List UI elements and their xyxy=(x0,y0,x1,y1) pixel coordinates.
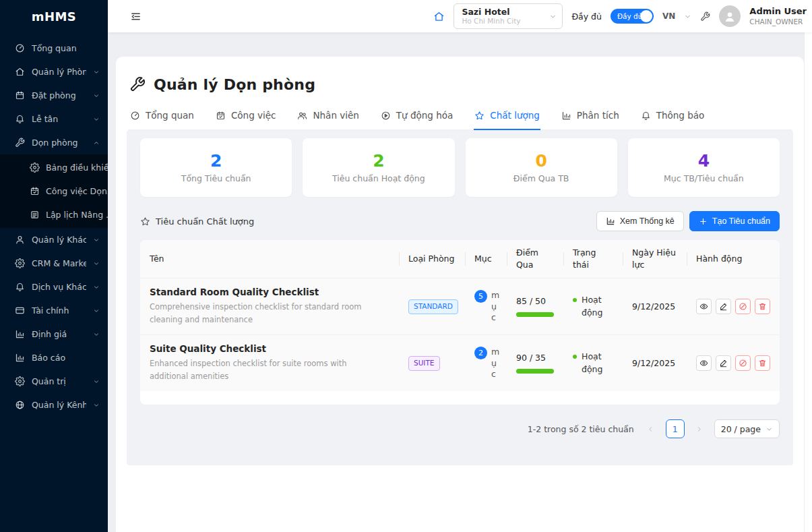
tab-bar: Tổng quan Công việc Nhân viên Tự động hó… xyxy=(128,102,792,130)
chevron-down-icon xyxy=(93,69,100,76)
column-header-room-type: Loại Phòng xyxy=(399,241,465,277)
chevron-down-icon xyxy=(93,378,100,385)
tool-icon xyxy=(129,76,146,92)
pagination-total: 1-2 trong số 2 tiêu chuẩn xyxy=(528,424,634,434)
row-actions xyxy=(687,347,780,379)
sidebar-item-bao-cao[interactable]: Báo cáo xyxy=(0,346,108,370)
column-header-actions: Hành động xyxy=(687,241,780,277)
pass-score-bar xyxy=(516,312,554,317)
gear-icon xyxy=(15,258,25,268)
section-header-row: Tiêu chuẩn Chất lượng Xem Thống kê Tạo T… xyxy=(140,210,780,232)
previous-page-button[interactable] xyxy=(642,420,660,438)
sidebar-menu: Tổng quan Quản lý Phòng Đặt phòng Lễ tân… xyxy=(0,32,108,417)
avatar[interactable] xyxy=(719,5,741,27)
sidebar-item-label: CRM & Marketi... xyxy=(32,258,86,268)
chevron-up-icon xyxy=(93,140,100,146)
disable-button[interactable] xyxy=(735,355,751,371)
sidebar-subitem-label: Lập lịch Nâng ... xyxy=(46,210,114,220)
tab-nhan-vien[interactable]: Nhân viên xyxy=(296,102,359,130)
sidebar-item-quan-tri[interactable]: Quản trị xyxy=(0,370,108,393)
delete-button[interactable] xyxy=(755,355,770,371)
home-icon[interactable] xyxy=(433,11,445,22)
edit-button[interactable] xyxy=(716,355,731,371)
chevron-right-icon xyxy=(695,425,703,433)
sidebar-item-label: Quản trị xyxy=(32,376,86,386)
tab-tu-dong-hoa[interactable]: Tự động hóa xyxy=(380,102,454,130)
hotel-select-value: Sazi Hotel Ho Chi Minh City xyxy=(462,7,549,26)
sidebar-item-crm-marketing[interactable]: CRM & Marketi... xyxy=(0,252,108,275)
pass-score-value: 85 / 50 xyxy=(516,296,554,306)
mode-toggle[interactable]: Đầy đủ xyxy=(611,9,654,24)
sidebar-item-label: Dọn phòng xyxy=(32,138,86,148)
eye-icon xyxy=(699,302,708,311)
view-button[interactable] xyxy=(696,299,712,314)
page-size-select[interactable]: 20 / page xyxy=(714,419,780,438)
page-size-value: 20 / page xyxy=(721,424,761,434)
sidebar-item-le-tan[interactable]: Lễ tân xyxy=(0,107,108,131)
sidebar-item-label: Dịch vụ Khách xyxy=(32,282,86,292)
sidebar-item-label: Đặt phòng xyxy=(32,90,86,100)
language-selector[interactable]: VN xyxy=(662,11,675,21)
bell-icon xyxy=(15,114,25,124)
column-header-effective-date: Ngày Hiệu lực xyxy=(623,240,687,278)
column-header-name: Tên xyxy=(140,241,399,277)
tab-chat-luong[interactable]: Chất lượng xyxy=(474,102,540,130)
create-standard-label: Tạo Tiêu chuẩn xyxy=(712,216,770,226)
view-statistics-button[interactable]: Xem Thống kê xyxy=(596,211,684,231)
tab-label: Công việc xyxy=(231,110,276,121)
eye-icon xyxy=(699,359,708,367)
sidebar-item-dich-vu-khach[interactable]: Dịch vụ Khách xyxy=(0,275,108,299)
chevron-down-icon xyxy=(93,284,100,291)
menu-fold-icon[interactable] xyxy=(130,11,142,22)
page-title: Quản lý Dọn phòng xyxy=(154,76,315,93)
view-button[interactable] xyxy=(696,355,712,371)
page-title-row: Quản lý Dọn phòng xyxy=(129,73,792,96)
chevron-down-icon xyxy=(93,260,100,267)
standard-name: Suite Quality Checklist xyxy=(150,343,389,354)
team-icon xyxy=(297,111,307,121)
chevron-left-icon xyxy=(647,425,654,433)
sidebar-item-don-phong[interactable]: Dọn phòng xyxy=(0,131,108,154)
sidebar-item-quan-ly-kenh[interactable]: Quản lý Kênh xyxy=(0,393,108,417)
sidebar-item-tai-chinh[interactable]: Tài chính xyxy=(0,299,108,322)
next-page-button[interactable] xyxy=(691,420,708,438)
scrollbar[interactable] xyxy=(804,32,812,532)
bar-chart-icon xyxy=(15,353,25,363)
create-standard-button[interactable]: Tạo Tiêu chuẩn xyxy=(689,211,780,231)
edit-button[interactable] xyxy=(716,299,731,314)
wrench-icon[interactable] xyxy=(700,11,710,22)
sidebar-item-quan-ly-khach[interactable]: Quản lý Khách ... xyxy=(0,228,108,252)
stats-row: 2 Tổng Tiêu chuẩn 2 Tiêu chuẩn Hoạt động… xyxy=(140,138,780,197)
stat-label: Điểm Qua TB xyxy=(513,173,569,183)
sidebar-item-dinh-gia[interactable]: Định giá xyxy=(0,322,108,346)
star-icon xyxy=(140,216,150,227)
items-cell: 2 mục xyxy=(465,338,507,388)
sidebar-subitem-cong-viec-don[interactable]: Công việc Dọn... xyxy=(0,179,108,203)
top-header: Sazi Hotel Ho Chi Minh City Đầy đủ Đầy đ… xyxy=(108,0,812,32)
disable-button[interactable] xyxy=(735,299,751,314)
chevron-down-icon xyxy=(93,116,100,123)
sidebar-item-tong-quan[interactable]: Tổng quan xyxy=(0,36,108,60)
tab-cong-viec[interactable]: Công việc xyxy=(215,102,277,130)
hotel-select[interactable]: Sazi Hotel Ho Chi Minh City xyxy=(454,3,563,29)
edit-icon xyxy=(719,359,728,367)
sidebar-subitem-bang-dieu-khien[interactable]: Bảng điều khiể... xyxy=(0,156,108,179)
chevron-down-icon[interactable] xyxy=(684,13,691,20)
tab-phan-tich[interactable]: Phân tích xyxy=(561,102,620,130)
sidebar-item-dat-phong[interactable]: Đặt phòng xyxy=(0,84,108,107)
pass-score-bar xyxy=(516,369,554,374)
page-number-button[interactable]: 1 xyxy=(666,419,685,438)
app-root: mHMS Tổng quan Quản lý Phòng Đặt phòng L… xyxy=(0,0,812,532)
sidebar-subitem-lap-lich-nang[interactable]: Lập lịch Nâng ... xyxy=(0,203,108,227)
delete-button[interactable] xyxy=(755,299,770,314)
status-cell: Hoạt động xyxy=(563,286,623,328)
tab-tong-quan[interactable]: Tổng quan xyxy=(129,102,195,130)
sidebar: mHMS Tổng quan Quản lý Phòng Đặt phòng L… xyxy=(0,0,108,532)
tab-thong-bao[interactable]: Thông báo xyxy=(640,102,706,130)
column-header-items: Mục xyxy=(465,241,507,277)
sidebar-item-quan-ly-phong[interactable]: Quản lý Phòng xyxy=(0,60,108,84)
section-actions: Xem Thống kê Tạo Tiêu chuẩn xyxy=(596,211,780,231)
hotel-city: Ho Chi Minh City xyxy=(462,17,549,26)
pagination: 1-2 trong số 2 tiêu chuẩn 1 20 / page xyxy=(140,419,780,438)
status-cell: Hoạt động xyxy=(563,343,623,384)
